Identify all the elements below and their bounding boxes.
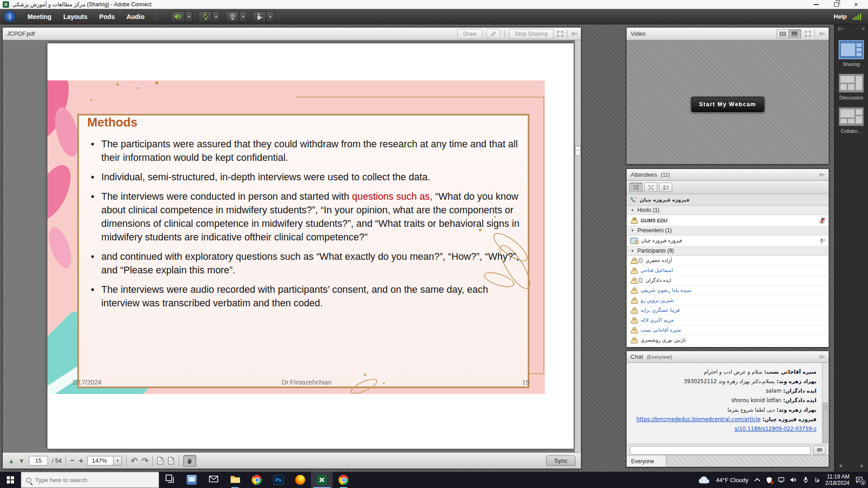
rotate-left-button[interactable]: ↶: [131, 457, 137, 465]
task-view-button[interactable]: [159, 472, 181, 488]
hand-tool-button[interactable]: [183, 455, 196, 467]
delete-layout-icon[interactable]: ×: [839, 463, 843, 469]
speaker-button[interactable]: [171, 11, 185, 22]
speaker-dropdown[interactable]: ▾: [185, 11, 193, 22]
fullscreen-icon[interactable]: [557, 31, 563, 37]
stop-sharing-button[interactable]: Stop Sharing: [509, 29, 553, 39]
layouts-menu-icon[interactable]: ≡▾: [838, 26, 843, 32]
mail-icon[interactable]: [203, 472, 224, 488]
action-center-icon[interactable]: 1: [855, 476, 863, 483]
participant-row[interactable]: ايده دادگران: [627, 276, 829, 286]
participant-row[interactable]: اسماعيل فتاحي: [627, 266, 829, 276]
show-hidden-icons-chevron[interactable]: [754, 477, 760, 483]
mic-active-icon[interactable]: [820, 238, 825, 244]
next-page-button[interactable]: ▼: [19, 458, 25, 464]
menu-pods[interactable]: Pods: [99, 13, 115, 20]
chrome-icon[interactable]: [246, 472, 268, 488]
send-message-button[interactable]: [813, 446, 826, 455]
fit-page-button[interactable]: [157, 457, 164, 465]
photoshop-icon[interactable]: Ps: [268, 472, 289, 488]
zoom-in-button[interactable]: +: [79, 457, 83, 465]
page-number-input[interactable]: [29, 456, 48, 465]
sharing-layout-thumbnail[interactable]: [839, 40, 864, 59]
participant-row[interactable]: سيده يلدا رضوي شريفي: [627, 286, 829, 296]
pod-menu-icon[interactable]: ≡▾: [819, 31, 825, 37]
start-webcam-button[interactable]: Start My Webcam: [691, 97, 764, 112]
participant-row[interactable]: شيرين پروين رو: [627, 296, 829, 305]
collapse-icon[interactable]: ▼: [631, 208, 634, 212]
participant-row[interactable]: مريم اكبري لاكه: [627, 315, 829, 325]
participant-row[interactable]: نازنين نوري روشسري: [627, 335, 829, 345]
connection-signal-icon[interactable]: [853, 14, 861, 20]
discussion-layout-thumbnail[interactable]: [839, 74, 864, 93]
fullscreen-icon[interactable]: [805, 31, 811, 37]
zoom-dropdown[interactable]: ▾: [113, 456, 122, 465]
start-button[interactable]: [0, 472, 21, 488]
webcam-button[interactable]: [226, 11, 239, 22]
chat-scrollbar[interactable]: [822, 363, 829, 444]
language-indicator[interactable]: فا: [815, 477, 819, 483]
layout-collaboration[interactable]: Collabo...: [835, 107, 868, 134]
file-explorer-icon[interactable]: [224, 472, 246, 488]
menu-meeting[interactable]: Meeting: [28, 13, 52, 20]
help-menu[interactable]: Help: [834, 13, 847, 20]
microphone-muted-button[interactable]: [198, 11, 212, 22]
presenters-section-header[interactable]: ▼ Presenters (1): [627, 226, 829, 235]
participant-row[interactable]: فريبا عسگري بزايه: [627, 305, 829, 315]
chat-scrollbar-thumb[interactable]: [823, 403, 828, 443]
menu-audio[interactable]: Audio: [127, 13, 145, 20]
microphone-tray-icon[interactable]: [802, 477, 809, 483]
taskbar-search[interactable]: [21, 472, 159, 488]
chat-tab-everyone[interactable]: Everyone: [627, 455, 666, 467]
pod-menu-icon[interactable]: ≡▾: [819, 172, 825, 178]
app-icon[interactable]: [181, 472, 203, 488]
chat-message-input[interactable]: [630, 446, 811, 455]
rotate-right-button[interactable]: ↷: [142, 457, 148, 465]
filmstrip-view-button[interactable]: [789, 29, 801, 38]
hosts-section-header[interactable]: ▼ Hosts (1): [627, 206, 829, 215]
mic-blocked-icon[interactable]: [820, 217, 825, 224]
attendee-list-view-button[interactable]: [629, 183, 642, 192]
participants-section-header[interactable]: ▼ Participants (9): [627, 246, 829, 256]
network-icon[interactable]: [778, 477, 784, 483]
host-row[interactable]: GUMS EDU: [627, 215, 829, 226]
layout-sharing[interactable]: Sharing: [835, 40, 868, 67]
vertical-scrollbar[interactable]: [575, 40, 581, 452]
volume-icon[interactable]: [790, 477, 797, 483]
menu-layouts[interactable]: Layouts: [63, 13, 88, 20]
firefox-icon[interactable]: [289, 472, 311, 488]
collapse-icon[interactable]: ▼: [631, 229, 634, 233]
previous-page-button[interactable]: ▲: [8, 458, 14, 464]
collapse-icon[interactable]: ▼: [631, 249, 634, 253]
attendee-status-view-button[interactable]: [659, 183, 672, 192]
pod-menu-icon[interactable]: ≡▾: [819, 354, 825, 360]
collaboration-layout-thumbnail[interactable]: [839, 107, 864, 126]
status-dropdown[interactable]: ▾: [266, 11, 274, 22]
zoom-out-button[interactable]: −: [70, 457, 75, 465]
search-input[interactable]: [35, 477, 144, 483]
layout-discussion[interactable]: Discussion: [835, 74, 868, 100]
participant-row[interactable]: آزاده جعفري: [627, 256, 829, 266]
close-button[interactable]: ×: [854, 1, 858, 8]
fit-width-button[interactable]: [168, 457, 175, 465]
chrome-icon-2[interactable]: [333, 472, 354, 488]
draw-button[interactable]: Draw: [458, 29, 482, 39]
presenter-row[interactable]: فيروزه فيروزه چيان: [627, 235, 829, 246]
breakout-view-button[interactable]: [644, 183, 657, 192]
add-layout-icon[interactable]: +: [860, 463, 863, 469]
weather-text[interactable]: 44°F Cloudy: [716, 477, 749, 483]
weather-cloud-icon[interactable]: [698, 476, 710, 484]
clock[interactable]: 11:19 AM 2/18/2024: [826, 474, 849, 486]
restore-button[interactable]: [834, 2, 839, 7]
pen-tool-button[interactable]: [486, 29, 500, 38]
pod-menu-icon[interactable]: ≡▾: [571, 31, 577, 37]
scrollbar-handle[interactable]: [575, 146, 581, 156]
raise-hand-button[interactable]: [253, 11, 266, 22]
adobe-connect-taskbar-icon[interactable]: [311, 472, 333, 488]
security-shield-icon[interactable]: [766, 477, 772, 483]
sync-button[interactable]: Sync: [546, 455, 576, 466]
layouts-close-icon[interactable]: ×: [862, 26, 865, 32]
minimize-button[interactable]: [814, 4, 819, 5]
microphone-dropdown[interactable]: ▾: [212, 11, 220, 22]
webcam-dropdown[interactable]: ▾: [239, 11, 247, 22]
